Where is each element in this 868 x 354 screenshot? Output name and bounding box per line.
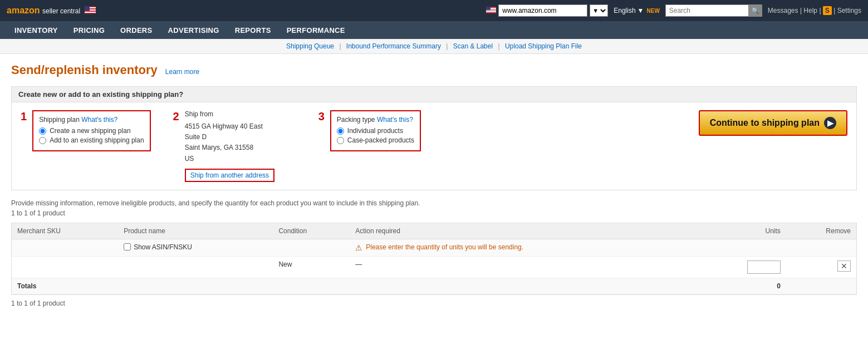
asin-units-cell [699, 239, 786, 256]
packing-section: Packing type What's this? Individual pro… [330, 110, 421, 151]
navbar: Inventory Pricing Orders Advertising Rep… [0, 21, 868, 39]
packing-whats-this[interactable]: What's this? [377, 116, 413, 124]
asin-checkbox-wrap: Show ASIN/FNSKU [124, 243, 267, 251]
product-sku-cell [12, 256, 118, 278]
radio-existing-plan-input[interactable] [39, 137, 46, 144]
show-asin-row: Show ASIN/FNSKU ⚠ Please enter the quant… [12, 239, 856, 256]
page-title-wrap: Send/replenish inventory Learn more [11, 63, 857, 80]
nav-inventory[interactable]: Inventory [7, 21, 66, 39]
products-table-wrap: Merchant SKU Product name Condition Acti… [11, 223, 857, 295]
search-wrap: 🔍 [665, 4, 762, 17]
settings-link[interactable]: Settings [837, 7, 861, 14]
products-count-top: 1 to 1 of 1 product [11, 209, 857, 217]
totals-row: Totals 0 [12, 278, 856, 294]
radio-individual-input[interactable] [337, 127, 344, 135]
radio-existing-plan-label: Add to an existing shipping plan [50, 136, 144, 144]
asin-checkbox-cell [12, 239, 118, 256]
address-line-1: 4515 GA Highway 40 East [185, 121, 296, 132]
step3-wrap: 3 Packing type What's this? Individual p… [318, 110, 421, 151]
shipping-plan-section: Shipping plan What's this? Create a new … [32, 110, 150, 151]
shipping-plan-whats-this[interactable]: What's this? [81, 116, 117, 124]
products-table: Merchant SKU Product name Condition Acti… [12, 223, 856, 294]
radio-case-packed-input[interactable] [337, 137, 344, 144]
radio-new-plan: Create a new shipping plan [39, 127, 144, 135]
radio-new-plan-label: Create a new shipping plan [50, 127, 130, 135]
subnav-scan-label[interactable]: Scan & Label [453, 42, 493, 50]
help-link[interactable]: Help [803, 7, 817, 14]
step1-label: 1 [21, 110, 27, 123]
action-warning-text: Please enter the quantity of units you w… [366, 243, 523, 251]
radio-individual-label: Individual products [347, 127, 403, 135]
radio-new-plan-input[interactable] [39, 127, 46, 135]
header: amazon seller central [0, 0, 868, 21]
header-left: amazon seller central [7, 6, 96, 16]
nav-advertising[interactable]: Advertising [160, 21, 227, 39]
totals-value-cell: 0 [699, 278, 786, 294]
search-button[interactable]: 🔍 [749, 4, 762, 17]
new-badge: NEW [647, 8, 660, 14]
show-asin-label: Show ASIN/FNSKU [134, 243, 192, 251]
radio-case-packed-label: Case-packed products [347, 136, 414, 144]
url-bar-wrap: www.amazon.com ▼ [486, 4, 608, 17]
us-flag-svg [85, 6, 96, 14]
header-right: www.amazon.com ▼ English ▼ NEW 🔍 Message… [486, 4, 861, 17]
totals-empty-3 [350, 278, 699, 294]
nav-pricing[interactable]: Pricing [66, 21, 112, 39]
flag-small [486, 7, 496, 15]
show-asin-checkbox[interactable] [124, 243, 131, 250]
radio-existing-plan: Add to an existing shipping plan [39, 136, 144, 144]
radio-individual: Individual products [337, 127, 414, 135]
shipping-plan-header: Create new or add to an existing shippin… [12, 87, 856, 102]
radio-case-packed: Case-packed products [337, 136, 414, 144]
ship-from-section: Ship from 4515 GA Highway 40 East Suite … [185, 110, 296, 182]
seller-icon: S [823, 6, 832, 15]
search-input[interactable] [665, 4, 749, 17]
nav-orders[interactable]: Orders [112, 21, 160, 39]
packing-title: Packing type What's this? [337, 116, 414, 124]
col-merchant-sku: Merchant SKU [12, 223, 118, 239]
product-action-cell: — [350, 256, 699, 278]
remove-button[interactable]: ✕ [837, 260, 851, 272]
ship-from-title: Ship from [185, 110, 296, 118]
subnav-upload-shipping[interactable]: Upload Shipping Plan File [505, 42, 582, 50]
url-dropdown[interactable]: ▼ [590, 4, 608, 17]
svg-rect-9 [486, 7, 491, 10]
page-title: Send/replenish inventory [11, 63, 158, 77]
nav-performance[interactable]: Performance [279, 21, 353, 39]
subnav: Shipping Queue | Inbound Performance Sum… [0, 39, 868, 54]
shipping-plan-body: 1 Shipping plan What's this? Create a ne… [12, 102, 856, 190]
totals-empty-1 [118, 278, 273, 294]
asin-remove-cell [786, 239, 856, 256]
address-line-3: Saint Marys, GA 31558 [185, 142, 296, 153]
asin-condition-cell [273, 239, 350, 256]
col-remove: Remove [786, 223, 856, 239]
svg-rect-3 [85, 12, 96, 13]
packing-radio-group: Individual products Case-packed products [337, 127, 414, 144]
subnav-inbound-performance[interactable]: Inbound Performance Summary [346, 42, 441, 50]
table-row: New — ✕ [12, 256, 856, 278]
address-line-2: Suite D [185, 132, 296, 142]
language-selector[interactable]: English ▼ NEW [614, 7, 660, 14]
flag-icon [85, 6, 96, 16]
col-action-required: Action required [350, 223, 699, 239]
ship-from-another-button[interactable]: Ship from another address [185, 169, 274, 182]
ship-from-address: 4515 GA Highway 40 East Suite D Saint Ma… [185, 121, 296, 164]
messages-link[interactable]: Messages [768, 7, 798, 14]
totals-label-cell: Totals [12, 278, 118, 294]
header-links: Messages | Help | S | Settings [768, 7, 861, 14]
url-input[interactable]: www.amazon.com [498, 4, 587, 17]
nav-reports[interactable]: Reports [227, 21, 279, 39]
address-line-4: US [185, 154, 296, 164]
shipping-plan-title: Shipping plan What's this? [39, 116, 144, 124]
products-info: Provide missing information, remove inel… [11, 199, 857, 207]
learn-more-link[interactable]: Learn more [165, 68, 199, 76]
units-input[interactable] [747, 260, 781, 274]
continue-to-shipping-plan-button[interactable]: Continue to shipping plan ▶ [699, 110, 847, 136]
continue-btn-wrap: Continue to shipping plan ▶ [699, 110, 847, 136]
products-count-bottom: 1 to 1 of 1 product [11, 299, 857, 307]
subnav-shipping-queue[interactable]: Shipping Queue [286, 42, 334, 50]
product-remove-cell: ✕ [786, 256, 856, 278]
product-condition-cell: New [273, 256, 350, 278]
action-warning: ⚠ Please enter the quantity of units you… [355, 243, 694, 252]
main-content: Send/replenish inventory Learn more Crea… [0, 54, 868, 322]
